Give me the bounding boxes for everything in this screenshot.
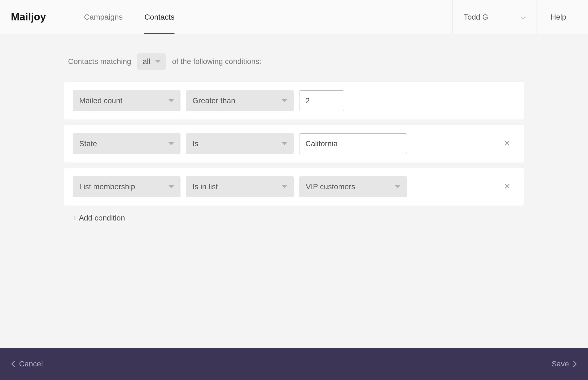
caret-down-icon: [395, 185, 400, 188]
match-select[interactable]: all: [137, 53, 166, 70]
condition-value-input[interactable]: [299, 133, 407, 154]
user-menu-label: Todd G: [464, 13, 488, 22]
condition-operator-select[interactable]: Is in list: [186, 176, 294, 197]
select-label: Is: [192, 139, 198, 148]
filter-suffix-text: of the following conditions:: [172, 57, 261, 66]
select-label: List membership: [79, 182, 135, 191]
caret-down-icon: [282, 99, 287, 102]
caret-down-icon: [169, 142, 174, 145]
remove-condition-button[interactable]: [501, 137, 513, 150]
condition-operator-select[interactable]: Greater than: [186, 90, 294, 111]
condition-operator-select[interactable]: Is: [186, 133, 294, 154]
condition-field-select[interactable]: List membership: [73, 176, 180, 197]
condition-row: Mailed count Greater than: [64, 82, 524, 119]
close-icon: [504, 183, 510, 189]
select-label: Mailed count: [79, 96, 122, 105]
cancel-button[interactable]: Cancel: [11, 360, 43, 368]
caret-down-icon: [282, 185, 287, 188]
select-label: VIP customers: [306, 182, 355, 191]
match-select-label: all: [143, 57, 150, 66]
condition-row: List membership Is in list VIP customers: [64, 168, 524, 206]
condition-row: State Is: [64, 125, 524, 163]
caret-down-icon: [155, 60, 161, 63]
select-label: Is in list: [192, 182, 218, 191]
select-label: State: [79, 139, 97, 148]
nav-tab-contacts[interactable]: Contacts: [133, 0, 185, 34]
caret-down-icon: [282, 142, 287, 145]
user-menu[interactable]: Todd G: [452, 0, 537, 34]
nav-tab-campaigns[interactable]: Campaigns: [73, 0, 134, 34]
save-button-label: Save: [552, 360, 569, 368]
condition-field-select[interactable]: State: [73, 133, 180, 154]
condition-value-input[interactable]: [299, 90, 344, 111]
caret-down-icon: [169, 99, 174, 102]
main-content: Contacts matching all of the following c…: [64, 34, 524, 222]
header: Mailjoy Campaigns Contacts Todd G Help: [0, 0, 588, 34]
remove-condition-button[interactable]: [501, 180, 513, 193]
add-condition-button[interactable]: + Add condition: [64, 214, 524, 222]
filter-header: Contacts matching all of the following c…: [64, 53, 524, 70]
nav-tabs: Campaigns Contacts: [73, 0, 185, 34]
condition-value-select[interactable]: VIP customers: [299, 176, 407, 197]
help-link[interactable]: Help: [537, 0, 577, 34]
condition-field-select[interactable]: Mailed count: [73, 90, 180, 111]
logo: Mailjoy: [11, 11, 46, 23]
select-label: Greater than: [192, 96, 235, 105]
filter-prefix-text: Contacts matching: [68, 57, 131, 66]
chevron-down-icon: [521, 13, 526, 22]
save-button[interactable]: Save: [552, 360, 577, 368]
caret-down-icon: [169, 185, 174, 188]
cancel-button-label: Cancel: [19, 360, 43, 368]
header-right: Todd G Help: [452, 0, 577, 34]
chevron-left-icon: [11, 360, 15, 367]
close-icon: [504, 140, 510, 146]
footer-bar: Cancel Save: [0, 348, 588, 380]
chevron-right-icon: [573, 360, 577, 367]
